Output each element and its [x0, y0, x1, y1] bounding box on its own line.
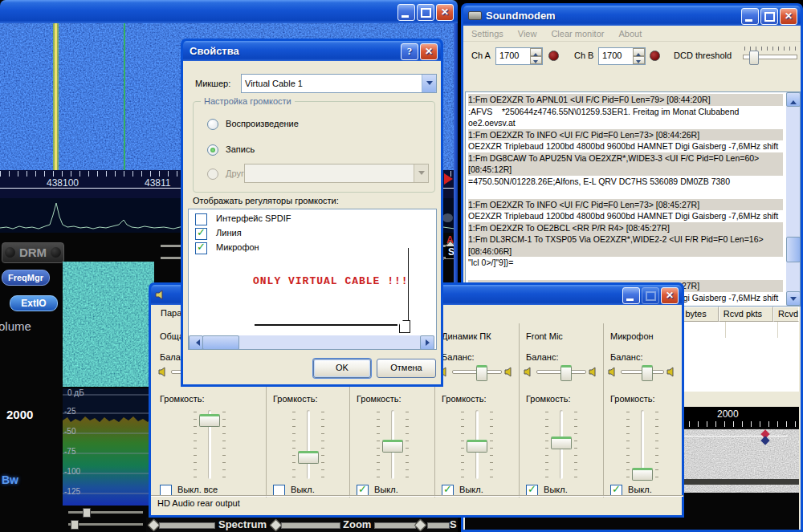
menu-about[interactable]: About: [618, 29, 642, 39]
record-radio[interactable]: [207, 144, 218, 156]
chb-value[interactable]: 1700: [599, 48, 633, 64]
soundmodem-minimize-button[interactable]: [741, 8, 759, 25]
spdif-checkbox[interactable]: [195, 213, 207, 225]
annotation-text: ONLY VIRTUAL CABLE !!!: [253, 275, 409, 287]
volume-thumb[interactable]: [382, 440, 403, 453]
balance-thumb[interactable]: [560, 365, 572, 381]
chb-dcd-led: [650, 51, 660, 61]
scroll-right-button[interactable]: [420, 335, 434, 350]
mute-label: Выкл.: [291, 485, 315, 494]
chb-spinner[interactable]: 1700: [598, 47, 646, 65]
slider-thumb[interactable]: [83, 508, 91, 518]
play-icon[interactable]: [444, 173, 453, 185]
sdr-minimize-button[interactable]: [397, 4, 415, 21]
sdr-titlebar[interactable]: ✕: [0, 0, 458, 23]
sdr-close-button[interactable]: ✕: [436, 4, 454, 21]
monitor-scrollbar[interactable]: [786, 92, 800, 306]
mute-label: Выкл.: [374, 485, 398, 494]
soundmodem-maximize-button[interactable]: [760, 8, 778, 25]
volume-slider[interactable]: [544, 408, 579, 482]
list-item-spdif[interactable]: Интерфейс SPDIF: [195, 213, 291, 225]
volume-slider[interactable]: [625, 408, 660, 482]
sdr-maximize-button[interactable]: [417, 4, 434, 21]
channel-header: Front Mic: [526, 331, 563, 341]
spin-up-icon[interactable]: [530, 48, 542, 56]
menu-clear-monitor[interactable]: Clear monitor: [551, 29, 604, 39]
chevron-down-icon[interactable]: [422, 75, 436, 92]
mic-checkbox[interactable]: [195, 242, 207, 254]
volume-slider[interactable]: [375, 408, 410, 482]
stats-header-cell[interactable]: Rcvd pkts: [719, 307, 773, 322]
volume-label: Громкость:: [357, 394, 402, 404]
menu-settings[interactable]: Settings: [471, 29, 503, 39]
volume-thumb[interactable]: [551, 437, 572, 449]
balance-slider[interactable]: [608, 367, 677, 377]
drm-button[interactable]: DRM: [2, 242, 64, 263]
slider-track[interactable]: [374, 522, 416, 529]
slider-thumb[interactable]: [71, 520, 79, 530]
annotation-hline: [255, 324, 397, 326]
mixer-minimize-button[interactable]: [622, 287, 640, 304]
controls-listbox[interactable]: Интерфейс SPDIF Линия Микрофон ONLY VIRT…: [188, 209, 437, 350]
left-freq-readout: 2000: [6, 408, 33, 421]
slider-track[interactable]: [68, 523, 143, 526]
slider-thumb[interactable]: [749, 51, 759, 65]
balance-slider[interactable]: [524, 367, 599, 377]
mute-label: Выкл.: [544, 485, 568, 494]
list-item-line[interactable]: Линия: [195, 228, 242, 240]
cha-dcd-led: [548, 51, 559, 61]
spin-down-icon[interactable]: [633, 56, 645, 64]
scroll-down-button[interactable]: [786, 291, 801, 306]
soundmodem-close-button[interactable]: ✕: [780, 8, 797, 25]
monitor-line: "lcl 0>/]"9]}=: [468, 257, 783, 269]
dialog-titlebar[interactable]: Свойства ? ✕: [183, 41, 441, 61]
volume-thumb[interactable]: [632, 468, 653, 481]
scroll-left-button[interactable]: [189, 335, 203, 350]
freqmgr-button[interactable]: FreqMgr: [2, 270, 50, 286]
soundmodem-titlebar[interactable]: Soundmodem ✕: [463, 6, 801, 26]
balance-thumb[interactable]: [642, 365, 653, 381]
dialog-close-button[interactable]: ✕: [420, 43, 438, 60]
volume-slider[interactable]: [291, 408, 326, 482]
dcd-threshold-slider[interactable]: [743, 47, 797, 66]
scroll-up-button[interactable]: [786, 92, 801, 107]
slider-thumb[interactable]: [414, 519, 427, 532]
balance-slider[interactable]: [439, 367, 515, 377]
volume-slider[interactable]: [192, 408, 227, 482]
cha-value[interactable]: 1700: [496, 48, 530, 64]
playback-radio[interactable]: [207, 119, 218, 130]
monitor-area[interactable]: 1:Fm OE2XZR To APNL01 <UI F/C Pid=F0 Len…: [465, 91, 801, 307]
scroll-thumb[interactable]: [786, 237, 801, 262]
volume-slider[interactable]: [459, 408, 495, 482]
spin-down-icon[interactable]: [530, 56, 542, 64]
balance-thumb[interactable]: [476, 365, 487, 381]
list-item-mic[interactable]: Микрофон: [195, 242, 259, 254]
monitor-line: 1:Fm DG8CAW To APU25N Via OE2XZR*,WIDE3-…: [468, 152, 783, 164]
line-checkbox[interactable]: [195, 228, 207, 240]
radio-playback-row[interactable]: Воспроизведение: [207, 119, 299, 130]
mixer-select[interactable]: Virtual Cable 1: [241, 74, 437, 93]
slider-track[interactable]: [68, 511, 143, 514]
cancel-button[interactable]: Отмена: [377, 359, 436, 378]
slider-thumb[interactable]: [148, 519, 161, 532]
menu-view[interactable]: View: [518, 29, 537, 39]
slider-track[interactable]: [281, 522, 340, 529]
slider-thumb[interactable]: [270, 519, 283, 532]
cha-spinner[interactable]: 1700: [495, 47, 543, 65]
ok-button[interactable]: OK: [313, 359, 371, 378]
stats-header-cell[interactable]: Rcvd: [773, 307, 799, 322]
slider-track[interactable]: [159, 522, 215, 529]
status-text: HD Audio rear output: [157, 498, 240, 508]
extio-button[interactable]: ExtIO: [10, 295, 58, 311]
volume-thumb[interactable]: [467, 440, 487, 453]
spin-up-icon[interactable]: [633, 48, 645, 56]
radio-record-row[interactable]: Запись: [207, 144, 255, 156]
volume-thumb[interactable]: [298, 451, 319, 464]
slider-track[interactable]: [427, 522, 450, 529]
mixer-close-button[interactable]: ✕: [661, 287, 679, 304]
side-a-label[interactable]: A: [446, 234, 454, 246]
volume-thumb[interactable]: [199, 414, 220, 427]
scroll-thumb[interactable]: [202, 335, 239, 350]
dialog-help-button[interactable]: ?: [401, 43, 418, 60]
list-hscrollbar[interactable]: [189, 335, 434, 349]
